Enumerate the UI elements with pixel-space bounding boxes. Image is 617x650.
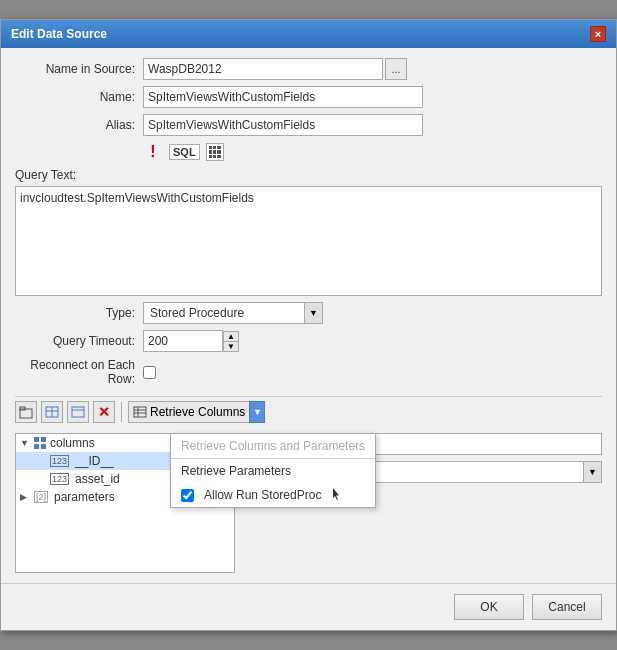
close-button[interactable]: × bbox=[590, 26, 606, 42]
type-select-text: Stored Procedure bbox=[144, 304, 304, 322]
name-in-source-label: Name in Source: bbox=[15, 62, 135, 76]
toolbar-row: ✕ Retrieve Columns ▼ bbox=[15, 396, 602, 427]
svg-rect-13 bbox=[34, 444, 39, 449]
query-text-label: Query Text: bbox=[15, 168, 602, 182]
icons-row: ! SQL bbox=[143, 142, 602, 162]
dropdown-retrieve-all-label: Retrieve Columns and Parameters bbox=[181, 439, 365, 453]
grid-icon[interactable] bbox=[206, 143, 224, 161]
cancel-button[interactable]: Cancel bbox=[532, 594, 602, 620]
spinner-buttons: ▲ ▼ bbox=[223, 331, 239, 352]
retrieve-columns-label: Retrieve Columns bbox=[150, 405, 245, 419]
query-timeout-row: Query Timeout: ▲ ▼ bbox=[15, 330, 602, 352]
svg-rect-14 bbox=[41, 444, 46, 449]
name-in-source-input-group: ... bbox=[143, 58, 407, 80]
type-select-arrow[interactable]: ▼ bbox=[304, 303, 322, 323]
type-row: Type: Stored Procedure ▼ bbox=[15, 302, 602, 324]
name-in-source-input[interactable] bbox=[143, 58, 383, 80]
delete-btn[interactable]: ✕ bbox=[93, 401, 115, 423]
alias-label: Alias: bbox=[15, 118, 135, 132]
reconnect-label: Reconnect on Each Row: bbox=[15, 358, 135, 386]
lower-area: ▼ columns ▶ 123 __ID__ ▶ bbox=[15, 433, 602, 573]
toolbar-separator bbox=[121, 402, 122, 422]
cursor-icon bbox=[331, 488, 341, 502]
view-btn[interactable] bbox=[67, 401, 89, 423]
asset-type-badge: 123 bbox=[50, 473, 69, 485]
reconnect-checkbox[interactable] bbox=[143, 366, 156, 379]
dialog-titlebar: Edit Data Source × bbox=[1, 20, 616, 48]
warning-icon: ! bbox=[143, 142, 163, 162]
ok-button[interactable]: OK bbox=[454, 594, 524, 620]
query-timeout-label: Query Timeout: bbox=[15, 334, 135, 348]
id-type-badge: 123 bbox=[50, 455, 69, 467]
params-expand-icon: ▶ bbox=[20, 492, 30, 502]
type-label: Type: bbox=[15, 306, 135, 320]
svg-rect-11 bbox=[34, 437, 39, 442]
retrieve-columns-dropdown-btn[interactable]: ▼ bbox=[249, 401, 265, 423]
alias-row: Alias: bbox=[15, 114, 602, 136]
dropdown-item-retrieve-all: Retrieve Columns and Parameters bbox=[171, 434, 375, 459]
allow-run-checkbox[interactable] bbox=[181, 489, 194, 502]
sql-icon[interactable]: SQL bbox=[169, 144, 200, 160]
type-select[interactable]: Stored Procedure ▼ bbox=[143, 302, 323, 324]
svg-rect-5 bbox=[72, 407, 84, 417]
tree-node-id-label: __ID__ bbox=[75, 454, 114, 468]
svg-rect-12 bbox=[41, 437, 46, 442]
root-grid-icon bbox=[34, 437, 46, 449]
query-section: Query Text: invcloudtest.SpItemViewsWith… bbox=[15, 168, 602, 296]
name-in-source-row: Name in Source: ... bbox=[15, 58, 602, 80]
retrieve-columns-split: Retrieve Columns ▼ bbox=[128, 401, 265, 423]
reconnect-row: Reconnect on Each Row: bbox=[15, 358, 602, 386]
detail-type-arrow[interactable]: ▼ bbox=[583, 462, 601, 482]
dropdown-item-allow-run[interactable]: Allow Run StoredProc bbox=[171, 483, 375, 507]
table-btn[interactable] bbox=[41, 401, 63, 423]
query-timeout-input[interactable] bbox=[143, 330, 223, 352]
add-folder-btn[interactable] bbox=[15, 401, 37, 423]
dropdown-retrieve-params-label: Retrieve Parameters bbox=[181, 464, 291, 478]
edit-datasource-dialog: Edit Data Source × Name in Source: ... N… bbox=[0, 19, 617, 631]
spinner-up[interactable]: ▲ bbox=[223, 332, 238, 342]
dialog-title: Edit Data Source bbox=[11, 27, 107, 41]
allow-run-label: Allow Run StoredProc bbox=[204, 488, 321, 502]
name-input[interactable] bbox=[143, 86, 423, 108]
name-row: Name: bbox=[15, 86, 602, 108]
dropdown-item-retrieve-params[interactable]: Retrieve Parameters bbox=[171, 459, 375, 483]
tree-params-label: parameters bbox=[54, 490, 115, 504]
params-type-badge: [2] bbox=[34, 491, 48, 503]
dialog-footer: OK Cancel bbox=[1, 583, 616, 630]
query-timeout-spinner: ▲ ▼ bbox=[143, 330, 239, 352]
retrieve-dropdown-popup: Retrieve Columns and Parameters Retrieve… bbox=[170, 433, 376, 508]
spinner-down[interactable]: ▼ bbox=[223, 342, 238, 351]
root-node-label: columns bbox=[50, 436, 95, 450]
retrieve-columns-main-btn[interactable]: Retrieve Columns bbox=[128, 401, 249, 423]
root-expand-icon: ▼ bbox=[20, 438, 30, 448]
dialog-content: Name in Source: ... Name: Alias: ! SQL bbox=[1, 48, 616, 583]
svg-rect-7 bbox=[134, 407, 146, 417]
alias-input[interactable] bbox=[143, 114, 423, 136]
name-label: Name: bbox=[15, 90, 135, 104]
name-in-source-ellipsis-btn[interactable]: ... bbox=[385, 58, 407, 80]
query-textarea[interactable]: invcloudtest.SpItemViewsWithCustomFields bbox=[15, 186, 602, 296]
tree-node-asset-label: asset_id bbox=[75, 472, 120, 486]
